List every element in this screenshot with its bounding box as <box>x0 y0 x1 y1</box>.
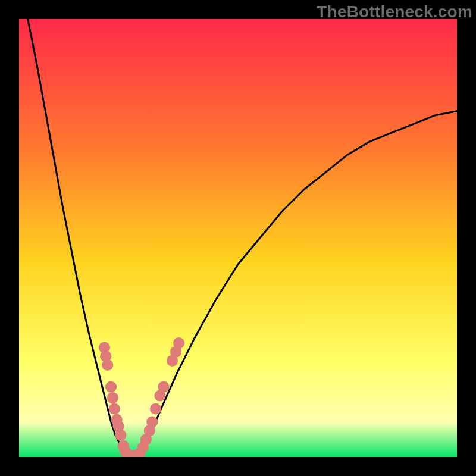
data-marker <box>107 392 118 403</box>
data-marker <box>158 381 169 393</box>
data-marker <box>146 416 158 428</box>
data-marker <box>105 381 117 393</box>
gradient-background <box>19 19 457 457</box>
chart-frame: TheBottleneck.com <box>0 0 476 476</box>
data-marker <box>115 430 126 441</box>
data-marker <box>109 403 120 414</box>
chart-svg <box>19 19 457 457</box>
data-marker <box>173 337 184 349</box>
plot-area <box>19 19 457 457</box>
watermark-text: TheBottleneck.com <box>317 2 472 21</box>
data-marker <box>102 359 113 371</box>
data-marker <box>150 403 161 414</box>
